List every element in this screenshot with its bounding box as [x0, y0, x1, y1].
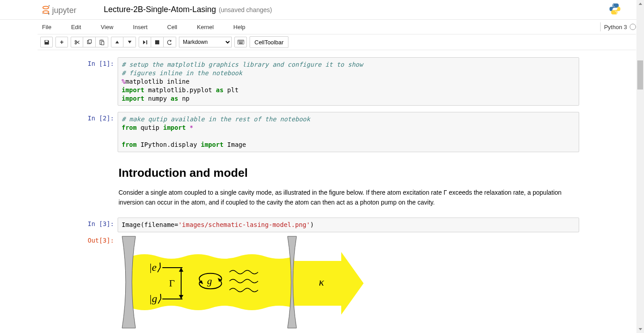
- paste-icon: [99, 39, 105, 45]
- menu-edit[interactable]: Edit: [67, 21, 85, 33]
- svg-rect-23: [242, 42, 243, 43]
- floppy-icon: [44, 39, 50, 45]
- jupyter-logo[interactable]: jupyter: [38, 4, 97, 16]
- svg-text:|e⟩: |e⟩: [149, 261, 161, 273]
- markdown-paragraph: Consider a single atom coupled to a sing…: [119, 188, 578, 207]
- schematic-lasing-image: |e⟩ |g⟩ Γ g κ: [118, 234, 364, 330]
- paste-button[interactable]: [96, 37, 108, 47]
- notebook-area: In [1]: # setup the matplotlib graphics …: [65, 57, 579, 333]
- restart-button[interactable]: [164, 37, 176, 47]
- svg-text:κ: κ: [319, 276, 324, 288]
- svg-point-7: [616, 12, 617, 13]
- arrow-down-icon: [128, 41, 131, 43]
- scissors-icon: [74, 39, 80, 45]
- svg-point-2: [49, 5, 50, 6]
- insert-cell-button[interactable]: +: [55, 37, 68, 47]
- move-up-button[interactable]: [111, 37, 123, 47]
- copy-button[interactable]: [83, 37, 96, 47]
- svg-rect-9: [89, 39, 92, 43]
- plus-icon: +: [60, 38, 64, 46]
- input-prompt: In [2]:: [65, 112, 118, 152]
- step-forward-icon: [143, 40, 148, 45]
- svg-rect-11: [101, 39, 102, 40]
- svg-point-3: [42, 13, 43, 14]
- interrupt-button[interactable]: [151, 37, 164, 47]
- menu-view[interactable]: View: [96, 21, 118, 33]
- scroll-down-icon: [639, 328, 642, 330]
- output-prompt: Out[3]:: [65, 234, 118, 332]
- svg-text:Γ: Γ: [169, 278, 175, 289]
- move-down-button[interactable]: [123, 37, 136, 47]
- svg-point-1: [43, 11, 49, 13]
- code-input[interactable]: # setup the matplotlib graphics library …: [118, 57, 579, 106]
- menu-insert[interactable]: Insert: [128, 21, 152, 33]
- cut-button[interactable]: [71, 37, 83, 47]
- markdown-heading: Introduction and model: [119, 164, 578, 182]
- code-input[interactable]: Image(filename='images/schematic-lasing-…: [118, 218, 579, 232]
- arrow-up-icon: [115, 41, 119, 43]
- refresh-icon: [167, 39, 173, 45]
- svg-rect-24: [239, 43, 242, 44]
- code-cell[interactable]: In [3]: Image(filename='images/schematic…: [65, 218, 579, 232]
- save-status: (unsaved changes): [219, 6, 272, 13]
- code-cell[interactable]: In [2]: # make qutip available in the re…: [65, 112, 579, 152]
- keyboard-icon: [237, 39, 244, 45]
- kernel-logo-python: [608, 2, 622, 17]
- kernel-status-idle-icon: [630, 24, 636, 30]
- kernel-indicator: Python 3: [600, 22, 636, 31]
- svg-text:jupyter: jupyter: [51, 5, 76, 14]
- svg-rect-18: [242, 41, 242, 42]
- save-button[interactable]: [40, 37, 53, 47]
- stop-icon: [155, 40, 160, 45]
- svg-text:|g⟩: |g⟩: [149, 293, 162, 304]
- output-cell: Out[3]: |e⟩ |g⟩ Γ: [65, 234, 579, 332]
- svg-rect-17: [240, 41, 241, 42]
- svg-rect-20: [238, 42, 239, 43]
- cell-type-select[interactable]: Markdown: [179, 37, 232, 47]
- svg-rect-13: [155, 40, 159, 44]
- menubar: File Edit View Insert Cell Kernel Help P…: [38, 20, 636, 34]
- empty-prompt: [65, 154, 118, 216]
- code-cell[interactable]: In [1]: # setup the matplotlib graphics …: [65, 57, 579, 106]
- input-prompt: In [1]:: [65, 57, 118, 106]
- markdown-cell[interactable]: Introduction and model Consider a single…: [65, 154, 579, 216]
- svg-point-4: [48, 13, 50, 14]
- svg-point-0: [43, 6, 49, 9]
- svg-rect-19: [242, 41, 243, 42]
- vertical-scrollbar[interactable]: [636, 0, 644, 333]
- svg-rect-21: [240, 42, 241, 43]
- cell-toolbar-button[interactable]: CellToolbar: [250, 36, 288, 48]
- menu-kernel[interactable]: Kernel: [192, 21, 218, 33]
- run-button[interactable]: [139, 37, 151, 47]
- svg-rect-22: [241, 42, 242, 43]
- svg-rect-16: [239, 41, 240, 42]
- notebook-name[interactable]: Lecture-2B-Single-Atom-Lasing: [104, 5, 216, 14]
- menu-cell[interactable]: Cell: [163, 21, 182, 33]
- toolbar: + Markd: [38, 34, 636, 50]
- scrollbar-thumb[interactable]: [637, 60, 643, 90]
- kernel-name: Python 3: [604, 24, 627, 30]
- svg-rect-12: [102, 41, 104, 44]
- code-input[interactable]: # make qutip available in the rest of th…: [118, 112, 579, 152]
- svg-text:g: g: [207, 275, 212, 286]
- svg-rect-15: [238, 41, 239, 42]
- svg-point-6: [613, 4, 614, 5]
- menu-file[interactable]: File: [38, 21, 56, 33]
- input-prompt: In [3]:: [65, 218, 118, 232]
- command-palette-button[interactable]: [234, 37, 247, 47]
- scroll-up-icon: [639, 3, 642, 5]
- menu-help[interactable]: Help: [229, 21, 250, 33]
- notebook-header: jupyter Lecture-2B-Single-Atom-Lasing (u…: [0, 0, 644, 20]
- copy-icon: [86, 39, 92, 45]
